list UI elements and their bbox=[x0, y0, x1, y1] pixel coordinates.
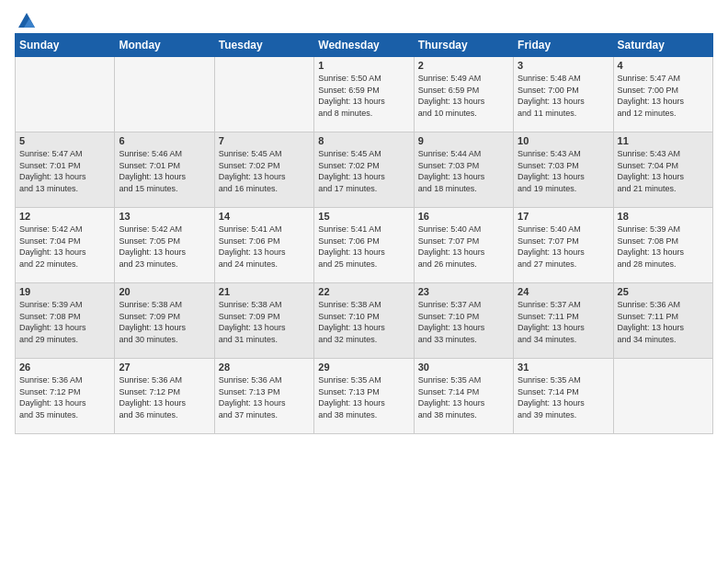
day-number: 29 bbox=[318, 362, 409, 373]
day-number: 17 bbox=[518, 211, 609, 222]
day-info: Sunrise: 5:38 AM Sunset: 7:10 PM Dayligh… bbox=[318, 299, 409, 345]
day-number: 5 bbox=[19, 135, 110, 146]
calendar-day-13: 13Sunrise: 5:42 AM Sunset: 7:05 PM Dayli… bbox=[115, 208, 214, 283]
day-info: Sunrise: 5:39 AM Sunset: 7:08 PM Dayligh… bbox=[618, 224, 709, 270]
day-number: 12 bbox=[19, 211, 110, 222]
calendar-week-row: 26Sunrise: 5:36 AM Sunset: 7:12 PM Dayli… bbox=[16, 359, 713, 434]
day-info: Sunrise: 5:36 AM Sunset: 7:12 PM Dayligh… bbox=[19, 374, 110, 420]
day-info: Sunrise: 5:39 AM Sunset: 7:08 PM Dayligh… bbox=[19, 299, 110, 345]
day-header-wednesday: Wednesday bbox=[314, 34, 414, 57]
calendar-empty-cell bbox=[214, 57, 313, 132]
day-info: Sunrise: 5:50 AM Sunset: 6:59 PM Dayligh… bbox=[318, 73, 409, 119]
calendar-day-25: 25Sunrise: 5:36 AM Sunset: 7:11 PM Dayli… bbox=[613, 283, 712, 359]
day-info: Sunrise: 5:36 AM Sunset: 7:11 PM Dayligh… bbox=[618, 299, 709, 345]
day-info: Sunrise: 5:44 AM Sunset: 7:03 PM Dayligh… bbox=[418, 148, 509, 194]
calendar-day-29: 29Sunrise: 5:35 AM Sunset: 7:13 PM Dayli… bbox=[314, 359, 414, 434]
calendar-day-4: 4Sunrise: 5:47 AM Sunset: 7:00 PM Daylig… bbox=[613, 57, 712, 132]
calendar-week-row: 1Sunrise: 5:50 AM Sunset: 6:59 PM Daylig… bbox=[16, 57, 713, 132]
day-number: 13 bbox=[119, 211, 210, 222]
calendar-day-6: 6Sunrise: 5:46 AM Sunset: 7:01 PM Daylig… bbox=[115, 132, 214, 208]
page: SundayMondayTuesdayWednesdayThursdayFrid… bbox=[0, 0, 728, 442]
calendar-day-30: 30Sunrise: 5:35 AM Sunset: 7:14 PM Dayli… bbox=[414, 359, 513, 434]
day-info: Sunrise: 5:35 AM Sunset: 7:14 PM Dayligh… bbox=[518, 374, 609, 420]
day-info: Sunrise: 5:43 AM Sunset: 7:04 PM Dayligh… bbox=[618, 148, 709, 194]
day-number: 21 bbox=[219, 286, 310, 297]
calendar-day-8: 8Sunrise: 5:45 AM Sunset: 7:02 PM Daylig… bbox=[314, 132, 414, 208]
day-header-thursday: Thursday bbox=[414, 34, 513, 57]
day-info: Sunrise: 5:43 AM Sunset: 7:03 PM Dayligh… bbox=[518, 148, 609, 194]
calendar-day-24: 24Sunrise: 5:37 AM Sunset: 7:11 PM Dayli… bbox=[514, 283, 613, 359]
calendar-day-16: 16Sunrise: 5:40 AM Sunset: 7:07 PM Dayli… bbox=[414, 208, 513, 283]
calendar-day-15: 15Sunrise: 5:41 AM Sunset: 7:06 PM Dayli… bbox=[314, 208, 414, 283]
calendar-day-12: 12Sunrise: 5:42 AM Sunset: 7:04 PM Dayli… bbox=[16, 208, 115, 283]
calendar-week-row: 5Sunrise: 5:47 AM Sunset: 7:01 PM Daylig… bbox=[16, 132, 713, 208]
calendar-day-2: 2Sunrise: 5:49 AM Sunset: 6:59 PM Daylig… bbox=[414, 57, 513, 132]
calendar-day-7: 7Sunrise: 5:45 AM Sunset: 7:02 PM Daylig… bbox=[214, 132, 313, 208]
day-info: Sunrise: 5:41 AM Sunset: 7:06 PM Dayligh… bbox=[318, 224, 409, 270]
day-number: 15 bbox=[318, 211, 409, 222]
day-number: 4 bbox=[618, 60, 709, 71]
day-number: 25 bbox=[618, 286, 709, 297]
calendar-day-11: 11Sunrise: 5:43 AM Sunset: 7:04 PM Dayli… bbox=[613, 132, 712, 208]
calendar-day-5: 5Sunrise: 5:47 AM Sunset: 7:01 PM Daylig… bbox=[16, 132, 115, 208]
day-info: Sunrise: 5:40 AM Sunset: 7:07 PM Dayligh… bbox=[418, 224, 509, 270]
day-info: Sunrise: 5:35 AM Sunset: 7:14 PM Dayligh… bbox=[418, 374, 509, 420]
calendar-day-20: 20Sunrise: 5:38 AM Sunset: 7:09 PM Dayli… bbox=[115, 283, 214, 359]
calendar-day-28: 28Sunrise: 5:36 AM Sunset: 7:13 PM Dayli… bbox=[214, 359, 313, 434]
calendar-day-18: 18Sunrise: 5:39 AM Sunset: 7:08 PM Dayli… bbox=[613, 208, 712, 283]
calendar-table: SundayMondayTuesdayWednesdayThursdayFrid… bbox=[15, 33, 713, 434]
calendar-day-21: 21Sunrise: 5:38 AM Sunset: 7:09 PM Dayli… bbox=[214, 283, 313, 359]
day-number: 11 bbox=[618, 135, 709, 146]
calendar-empty-cell bbox=[613, 359, 712, 434]
calendar-day-23: 23Sunrise: 5:37 AM Sunset: 7:10 PM Dayli… bbox=[414, 283, 513, 359]
day-info: Sunrise: 5:38 AM Sunset: 7:09 PM Dayligh… bbox=[219, 299, 310, 345]
day-header-monday: Monday bbox=[115, 34, 214, 57]
day-number: 16 bbox=[418, 211, 509, 222]
day-info: Sunrise: 5:38 AM Sunset: 7:09 PM Dayligh… bbox=[119, 299, 210, 345]
day-info: Sunrise: 5:36 AM Sunset: 7:12 PM Dayligh… bbox=[119, 374, 210, 420]
calendar-empty-cell bbox=[16, 57, 115, 132]
calendar-week-row: 19Sunrise: 5:39 AM Sunset: 7:08 PM Dayli… bbox=[16, 283, 713, 359]
day-number: 3 bbox=[518, 60, 609, 71]
day-number: 30 bbox=[418, 362, 509, 373]
day-info: Sunrise: 5:35 AM Sunset: 7:13 PM Dayligh… bbox=[318, 374, 409, 420]
day-info: Sunrise: 5:47 AM Sunset: 7:00 PM Dayligh… bbox=[618, 73, 709, 119]
calendar-day-26: 26Sunrise: 5:36 AM Sunset: 7:12 PM Dayli… bbox=[16, 359, 115, 434]
day-info: Sunrise: 5:46 AM Sunset: 7:01 PM Dayligh… bbox=[119, 148, 210, 194]
day-number: 9 bbox=[418, 135, 509, 146]
calendar-day-19: 19Sunrise: 5:39 AM Sunset: 7:08 PM Dayli… bbox=[16, 283, 115, 359]
calendar-day-17: 17Sunrise: 5:40 AM Sunset: 7:07 PM Dayli… bbox=[514, 208, 613, 283]
calendar-empty-cell bbox=[115, 57, 214, 132]
day-number: 10 bbox=[518, 135, 609, 146]
calendar-day-22: 22Sunrise: 5:38 AM Sunset: 7:10 PM Dayli… bbox=[314, 283, 414, 359]
calendar-day-27: 27Sunrise: 5:36 AM Sunset: 7:12 PM Dayli… bbox=[115, 359, 214, 434]
day-number: 24 bbox=[518, 286, 609, 297]
day-info: Sunrise: 5:42 AM Sunset: 7:05 PM Dayligh… bbox=[119, 224, 210, 270]
day-number: 27 bbox=[119, 362, 210, 373]
day-number: 2 bbox=[418, 60, 509, 71]
day-header-sunday: Sunday bbox=[16, 34, 115, 57]
day-info: Sunrise: 5:48 AM Sunset: 7:00 PM Dayligh… bbox=[518, 73, 609, 119]
day-info: Sunrise: 5:42 AM Sunset: 7:04 PM Dayligh… bbox=[19, 224, 110, 270]
logo bbox=[15, 11, 37, 28]
day-number: 19 bbox=[19, 286, 110, 297]
day-info: Sunrise: 5:37 AM Sunset: 7:10 PM Dayligh… bbox=[418, 299, 509, 345]
day-number: 6 bbox=[119, 135, 210, 146]
day-info: Sunrise: 5:41 AM Sunset: 7:06 PM Dayligh… bbox=[219, 224, 310, 270]
day-header-saturday: Saturday bbox=[613, 34, 712, 57]
day-number: 18 bbox=[618, 211, 709, 222]
calendar-day-10: 10Sunrise: 5:43 AM Sunset: 7:03 PM Dayli… bbox=[514, 132, 613, 208]
header bbox=[15, 11, 713, 28]
day-number: 22 bbox=[318, 286, 409, 297]
calendar-day-31: 31Sunrise: 5:35 AM Sunset: 7:14 PM Dayli… bbox=[514, 359, 613, 434]
day-number: 31 bbox=[518, 362, 609, 373]
day-header-tuesday: Tuesday bbox=[214, 34, 313, 57]
day-info: Sunrise: 5:45 AM Sunset: 7:02 PM Dayligh… bbox=[318, 148, 409, 194]
day-number: 7 bbox=[219, 135, 310, 146]
day-info: Sunrise: 5:40 AM Sunset: 7:07 PM Dayligh… bbox=[518, 224, 609, 270]
day-info: Sunrise: 5:36 AM Sunset: 7:13 PM Dayligh… bbox=[219, 374, 310, 420]
day-number: 26 bbox=[19, 362, 110, 373]
day-number: 14 bbox=[219, 211, 310, 222]
day-number: 28 bbox=[219, 362, 310, 373]
day-info: Sunrise: 5:45 AM Sunset: 7:02 PM Dayligh… bbox=[219, 148, 310, 194]
